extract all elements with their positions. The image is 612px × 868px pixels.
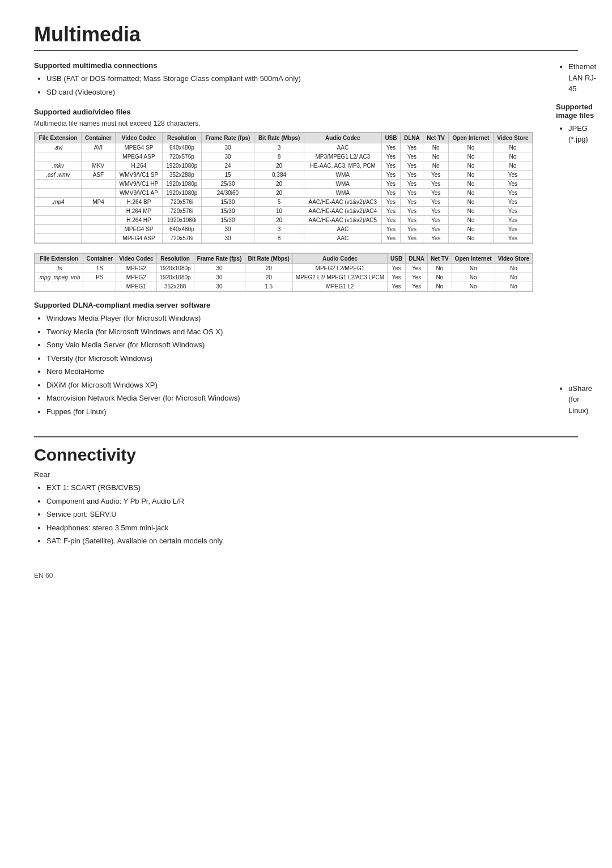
table-cell: H.264 BP [115, 198, 162, 207]
table-cell: 20 [254, 180, 304, 189]
table-cell: 15/30 [201, 207, 254, 216]
table-cell: 1920x1080p [156, 273, 194, 282]
table-cell: AAC [304, 225, 381, 234]
table-cell: Yes [423, 180, 448, 189]
connectivity-left: Connectivity Rear EXT 1: SCART (RGB/CVBS… [34, 445, 295, 555]
table-cell [81, 189, 115, 198]
table-cell: No [493, 143, 532, 152]
table-cell: 720x576i [163, 234, 202, 243]
table-cell: 20 [254, 161, 304, 171]
col-header-dlna: DLNA [406, 254, 428, 264]
ethernet-list: Ethernet LAN RJ-45 [556, 61, 596, 95]
col-header-dlna: DLNA [401, 133, 423, 143]
col-header-videostore: Video Store [493, 133, 532, 143]
table-cell [35, 180, 82, 189]
audio-video-heading: Supported audio/video files [34, 108, 533, 116]
col-header-bitrate: Bit Rate (Mbps) [254, 133, 304, 143]
table-cell: Yes [406, 282, 428, 291]
table-cell: Yes [381, 198, 400, 207]
col-header-openinternet: Open Internet [452, 254, 495, 264]
table-cell: 30 [194, 282, 245, 291]
table-cell: No [427, 282, 452, 291]
table-cell: Yes [401, 225, 423, 234]
table-cell [83, 282, 116, 291]
table-cell: 1920x1080p [163, 161, 202, 171]
table-cell: 0.384 [254, 171, 304, 180]
table-cell: No [448, 234, 493, 243]
table-row: .mp4MP4H.264 BP720x576i15/305AAC/HE-AAC … [35, 198, 533, 207]
table-cell: 352x288p [163, 171, 202, 180]
table-cell: 15/30 [201, 216, 254, 225]
dlna-list: Windows Media Player (for Microsoft Wind… [34, 313, 533, 417]
table-cell: MPEG2 L2/MPEG1 [292, 264, 387, 273]
table-cell: 1920x1080p [163, 189, 202, 198]
page-number: EN 60 [34, 572, 578, 580]
table-cell: Yes [401, 161, 423, 171]
table-cell [81, 152, 115, 161]
table-cell [81, 180, 115, 189]
table-cell: Yes [381, 180, 400, 189]
table-row: MPEG4 ASP720x576p308MP3/MPEG1 L2/ AC3Yes… [35, 152, 533, 161]
dlna-right-list: uShare (for Linux) [556, 383, 596, 416]
table-cell: Yes [493, 216, 532, 225]
table-cell: 30 [201, 143, 254, 152]
table-cell: No [448, 171, 493, 180]
table-cell: No [427, 273, 452, 282]
table-row: H.264 MP720x576i15/3010AAC/HE-AAC (v1&v2… [35, 207, 533, 216]
table-cell: No [448, 207, 493, 216]
table-cell: MPEG1 L2 [292, 282, 387, 291]
list-item: JPEG (*.jpg) [568, 123, 596, 145]
list-item: DiXiM (for Microsoft Windows XP) [46, 380, 533, 391]
table-cell: Yes [388, 273, 406, 282]
table-cell: 15 [201, 171, 254, 180]
table-cell: No [427, 264, 452, 273]
table-cell: No [493, 152, 532, 161]
list-item: USB (FAT or DOS-formatted; Mass Storage … [46, 73, 533, 84]
table-cell: AAC [304, 234, 381, 243]
connectivity-section: Connectivity Rear EXT 1: SCART (RGB/CVBS… [34, 445, 578, 555]
col-header-vcodec: Video Codec [116, 254, 156, 264]
table-cell: Yes [493, 225, 532, 234]
table-cell: Yes [388, 282, 406, 291]
table-cell: MPEG2 L2/ MPEG1 L2/AC3 LPCM [292, 273, 387, 282]
table-cell: 720x576p [163, 152, 202, 161]
table-cell: No [452, 264, 495, 273]
table-cell: 25/30 [201, 180, 254, 189]
table-cell: Yes [381, 216, 400, 225]
table-cell [35, 282, 83, 291]
table-cell [35, 225, 82, 234]
table-cell: No [448, 152, 493, 161]
col-header-container: Container [81, 133, 115, 143]
table-cell: 8 [254, 152, 304, 161]
table-cell: MP4 [81, 198, 115, 207]
table-cell: 15/30 [201, 198, 254, 207]
table-row: .tsTSMPEG21920x1080p3020MPEG2 L2/MPEG1Ye… [35, 264, 533, 273]
table-cell: Yes [423, 171, 448, 180]
table-cell [81, 225, 115, 234]
table-cell: Yes [493, 234, 532, 243]
table-cell: .ts [35, 264, 83, 273]
table-cell: Yes [493, 198, 532, 207]
table-cell: H.264 MP [115, 207, 162, 216]
rear-items-list: EXT 1: SCART (RGB/CVBS)Component and Aud… [34, 482, 295, 547]
table-cell: .mp4 [35, 198, 82, 207]
table-cell: Yes [401, 189, 423, 198]
table-cell: Yes [381, 152, 400, 161]
table-cell [35, 216, 82, 225]
connectivity-right [317, 445, 578, 555]
table-cell: Yes [381, 171, 400, 180]
table-cell: Yes [423, 198, 448, 207]
table-row: MPEG4 SP640x480p303AACYesYesYesNoYes [35, 225, 533, 234]
table-cell: Yes [493, 207, 532, 216]
list-item: Windows Media Player (for Microsoft Wind… [46, 313, 533, 324]
table-cell: Yes [401, 198, 423, 207]
list-item: Headphones: stereo 3.5mm mini-jack [46, 522, 295, 534]
table-cell: MKV [81, 161, 115, 171]
table-cell: Yes [381, 161, 400, 171]
list-item: Macrovision Network Media Server (for Mi… [46, 393, 533, 404]
video-table-2: File Extension Container Video Codec Res… [34, 253, 533, 292]
list-item: Fuppes (for Linux) [46, 406, 533, 418]
table-cell: Yes [388, 264, 406, 273]
table-cell: MPEG4 SP [115, 225, 162, 234]
table-cell: 30 [201, 234, 254, 243]
